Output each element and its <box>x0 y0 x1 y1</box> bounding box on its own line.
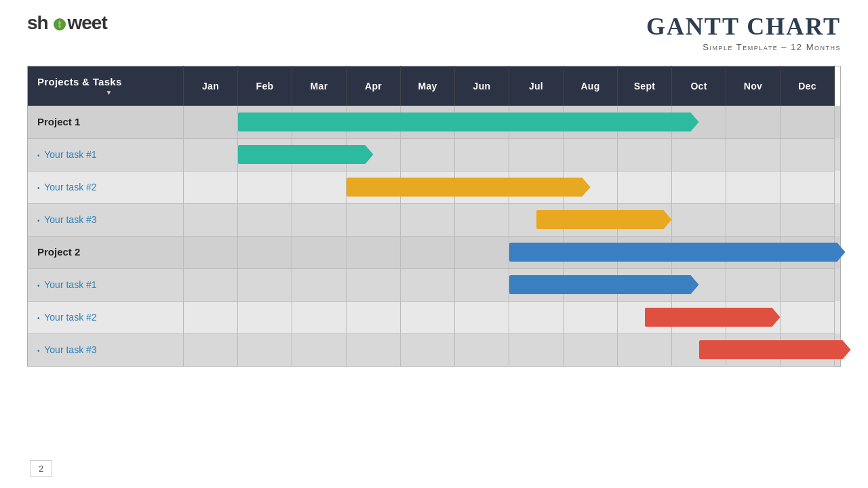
month-cell <box>618 171 672 203</box>
month-cell <box>292 333 347 366</box>
month-cell <box>672 268 726 301</box>
month-cell <box>347 203 401 236</box>
month-cell <box>726 236 781 268</box>
month-cell <box>672 171 726 203</box>
task-label: • Your task #1 <box>28 279 104 290</box>
month-cell <box>238 333 292 366</box>
month-cell <box>292 301 347 333</box>
month-cell <box>401 203 455 236</box>
month-cell <box>401 301 455 333</box>
month-cell <box>726 106 781 138</box>
task-label: • Your task #2 <box>28 312 104 323</box>
month-cell <box>618 236 672 268</box>
month-cell <box>455 106 509 138</box>
month-cell <box>564 138 618 171</box>
month-cell <box>509 106 564 138</box>
month-cell <box>726 301 781 333</box>
month-cell <box>726 333 781 366</box>
col-header-sept: Sept <box>618 66 672 106</box>
task-label-cell: • Your task #2 <box>28 171 184 203</box>
col-header-tasks: Projects & Tasks ▼ <box>28 66 184 106</box>
month-cell <box>455 268 509 301</box>
task-label: • Your task #3 <box>28 214 104 225</box>
col-header-feb: Feb <box>238 66 292 106</box>
month-cell <box>781 106 835 138</box>
month-cell <box>455 236 509 268</box>
month-cell <box>238 236 292 268</box>
month-cell <box>509 333 564 366</box>
task-label-cell: Project 2 <box>28 236 184 268</box>
month-cell <box>184 268 238 301</box>
task-label: • Your task #2 <box>28 182 104 192</box>
month-cell <box>347 333 401 366</box>
col-header-mar: Mar <box>292 66 347 106</box>
col-header-oct: Oct <box>672 66 726 106</box>
month-cell <box>347 171 401 203</box>
col-header-jul: Jul <box>509 66 564 106</box>
month-cell <box>672 138 726 171</box>
month-cell <box>347 236 401 268</box>
month-cell <box>564 203 618 236</box>
page-title: Gantt Chart <box>646 12 841 41</box>
month-cell <box>184 106 238 138</box>
task-label-cell: • Your task #1 <box>28 138 184 171</box>
month-cell <box>184 333 238 366</box>
month-cell <box>347 301 401 333</box>
task-row: • Your task #3 <box>28 203 841 236</box>
month-cell <box>509 236 564 268</box>
col-header-nov: Nov <box>726 66 781 106</box>
task-label-cell: • Your task #3 <box>28 203 184 236</box>
month-cell <box>781 171 835 203</box>
month-cell <box>726 171 781 203</box>
month-cell <box>401 268 455 301</box>
month-cell <box>726 268 781 301</box>
month-cell <box>509 171 564 203</box>
month-cell <box>781 138 835 171</box>
month-cell <box>184 138 238 171</box>
month-cell <box>564 301 618 333</box>
gantt-table: Projects & Tasks ▼ Jan Feb Mar Apr May J… <box>27 66 841 367</box>
task-label-cell: • Your task #1 <box>28 268 184 301</box>
month-cell <box>509 138 564 171</box>
sort-arrow: ▼ <box>37 89 180 96</box>
page: sh weet Gantt Chart Simple Template – 12… <box>0 0 868 488</box>
chart-wrapper: Projects & Tasks ▼ Jan Feb Mar Apr May J… <box>0 59 868 488</box>
task-label-cell: • Your task #2 <box>28 301 184 333</box>
month-cell <box>564 106 618 138</box>
month-cell <box>564 333 618 366</box>
task-row: • Your task #2 <box>28 301 841 333</box>
col-header-dec: Dec <box>781 66 835 106</box>
month-cell <box>238 203 292 236</box>
task-label: • Your task #1 <box>28 149 104 160</box>
month-cell <box>184 301 238 333</box>
month-cell <box>672 333 726 366</box>
month-cell <box>238 138 292 171</box>
month-cell <box>184 171 238 203</box>
col-header-may: May <box>401 66 455 106</box>
month-cell <box>401 236 455 268</box>
project-row: Project 1 <box>28 106 841 138</box>
month-cell <box>509 301 564 333</box>
month-cell <box>401 106 455 138</box>
header-row: Projects & Tasks ▼ Jan Feb Mar Apr May J… <box>28 66 841 106</box>
task-row: • Your task #1 <box>28 138 841 171</box>
month-cell <box>726 203 781 236</box>
month-cell <box>292 171 347 203</box>
task-label-cell: • Your task #3 <box>28 333 184 366</box>
col-header-jun: Jun <box>455 66 509 106</box>
month-cell <box>618 138 672 171</box>
month-cell <box>455 138 509 171</box>
month-cell <box>781 236 835 268</box>
logo-text: sh weet <box>27 12 107 33</box>
month-cell <box>401 333 455 366</box>
project-row: Project 2 <box>28 236 841 268</box>
month-cell <box>618 333 672 366</box>
month-cell <box>781 203 835 236</box>
month-cell <box>455 203 509 236</box>
month-cell <box>672 236 726 268</box>
month-cell <box>347 268 401 301</box>
month-cell <box>292 106 347 138</box>
month-cell <box>509 268 564 301</box>
month-cell <box>618 106 672 138</box>
project-label: Project 2 <box>28 246 87 258</box>
